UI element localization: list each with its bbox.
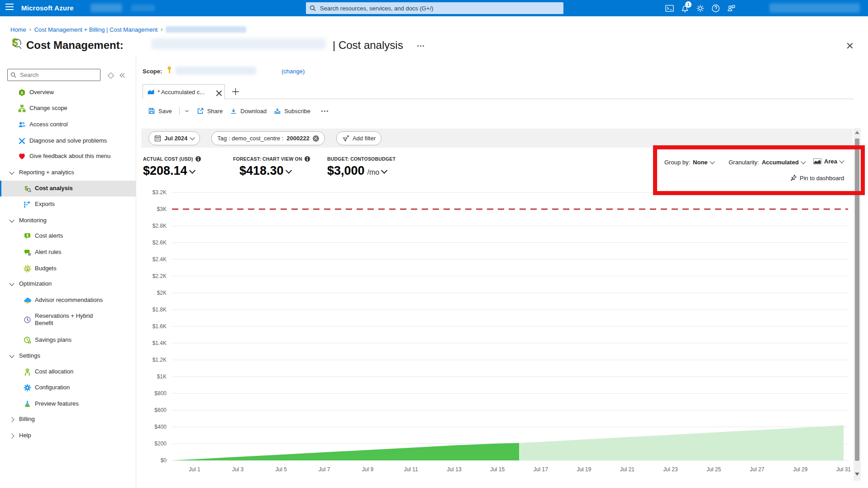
new-tab-icon[interactable]: [232, 88, 239, 96]
sidebar: $ Overview Change scope Access control D…: [0, 54, 136, 488]
hamburger-menu-icon[interactable]: [5, 4, 14, 10]
tag-filter-pill[interactable]: Tag : demo_cost_centre : 2000222: [211, 131, 325, 145]
vertical-scrollbar-thumb[interactable]: [855, 139, 859, 461]
azure-brand: Microsoft Azure: [21, 4, 74, 12]
x-axis-tick-label: Jul 7: [308, 466, 341, 473]
breadcrumb-separator: ›: [161, 26, 162, 33]
toolbar-more-icon[interactable]: [321, 110, 328, 112]
global-search-input[interactable]: [319, 5, 560, 12]
y-axis-tick-label: $3.2K: [122, 189, 167, 196]
sidebar-item-cost-analysis[interactable]: $ Cost analysis: [0, 181, 136, 196]
svg-text:$: $: [26, 267, 29, 271]
remove-filter-icon[interactable]: [313, 135, 319, 142]
sidebar-group-optimization[interactable]: Optimization: [0, 276, 136, 292]
subscribe-button[interactable]: Subscribe: [274, 107, 310, 115]
download-label: Download: [240, 108, 267, 115]
breadcrumb-section-link[interactable]: Cost Management + Billing | Cost Managem…: [34, 26, 158, 33]
sidebar-item-label: Configuration: [35, 384, 70, 391]
sidebar-group-label: Optimization: [19, 280, 52, 287]
x-axis-tick-label: Jul 25: [697, 466, 730, 473]
y-axis-tick-label: $2.2K: [122, 273, 167, 279]
info-icon[interactable]: [305, 156, 310, 162]
more-options-icon[interactable]: [417, 45, 424, 47]
sidebar-item-label: Access control: [29, 121, 68, 128]
group-by-value: None: [693, 159, 708, 166]
redacted-scope-name: [176, 67, 256, 75]
key-icon: [166, 66, 173, 74]
scrollbar-down-arrow-icon[interactable]: [855, 473, 859, 476]
sidebar-item-access-control[interactable]: Access control: [0, 117, 136, 133]
kpi-forecast-cost[interactable]: FORECAST: CHART VIEW ON $418.30: [233, 156, 310, 178]
pin-to-dashboard-button[interactable]: Pin to dashboard: [790, 174, 844, 182]
close-blade-icon[interactable]: [846, 42, 854, 49]
save-dropdown-chevron-icon[interactable]: [184, 108, 190, 114]
sidebar-item-change-scope[interactable]: Change scope: [0, 100, 136, 116]
y-axis-tick-label: $2.4K: [122, 256, 167, 263]
sidebar-item-savings-plans[interactable]: $ Savings plans: [0, 332, 136, 348]
y-axis-tick-label: $2.8K: [122, 223, 167, 229]
sidebar-group-help[interactable]: Help: [0, 428, 136, 444]
kpi-forecast-value: $418.30: [239, 164, 284, 178]
sidebar-group-reporting-analytics[interactable]: Reporting + analytics: [0, 165, 136, 181]
settings-gear-icon[interactable]: [692, 0, 708, 16]
chart-type-selector[interactable]: Area: [813, 158, 844, 165]
sidebar-item-label: Overview: [29, 89, 54, 96]
download-button[interactable]: Download: [230, 107, 267, 115]
chevron-down-icon: [10, 355, 16, 357]
sidebar-item-reservations-hybrid-benefit[interactable]: Reservations + Hybrid Benefit: [0, 308, 136, 331]
sidebar-item-cost-allocation[interactable]: $ Cost allocation: [0, 364, 136, 380]
breadcrumb-home-link[interactable]: Home: [10, 26, 26, 33]
collapse-sidebar-icon[interactable]: [120, 72, 127, 78]
tab-close-icon[interactable]: [215, 90, 220, 94]
chevron-down-icon: [839, 158, 844, 163]
kpi-budget-value: $3,000: [327, 164, 365, 178]
cost-analysis-icon: $: [24, 185, 31, 192]
help-icon[interactable]: [708, 0, 723, 16]
global-search[interactable]: [306, 2, 563, 14]
notifications-bell-icon[interactable]: 1: [677, 0, 692, 16]
kpi-actual-label: ACTUAL COST (USD): [143, 156, 193, 162]
sidebar-item-label: Reservations + Hybrid Benefit: [35, 312, 107, 327]
configuration-gear-icon: [24, 384, 31, 392]
sidebar-search-input[interactable]: [19, 71, 97, 79]
sidebar-item-feedback[interactable]: Give feedback about this menu: [0, 148, 136, 164]
sidebar-item-exports[interactable]: Exports: [0, 196, 136, 212]
cloud-shell-icon[interactable]: [662, 0, 677, 16]
sidebar-item-overview[interactable]: $ Overview: [0, 85, 136, 100]
add-filter-pill[interactable]: Add filter: [336, 131, 382, 145]
group-by-selector[interactable]: Group by: None: [664, 159, 714, 166]
sidebar-item-alert-rules[interactable]: Alert rules: [0, 244, 136, 260]
share-button[interactable]: Share: [197, 107, 223, 115]
kpi-budget[interactable]: BUDGET: CONTOSOBUDGET $3,000/mo: [327, 156, 396, 178]
sidebar-item-label: Preview features: [35, 400, 79, 407]
sidebar-group-billing[interactable]: Billing: [0, 411, 136, 427]
sidebar-item-advisor-recommendations[interactable]: Advisor recommendations: [0, 292, 136, 308]
redacted-breadcrumb-item: [166, 26, 246, 33]
info-icon[interactable]: [196, 156, 201, 162]
scrollbar-up-arrow-icon[interactable]: [855, 131, 859, 134]
granularity-selector[interactable]: Granularity: Accumulated: [729, 159, 805, 166]
sidebar-group-settings[interactable]: Settings: [0, 348, 136, 364]
chevron-down-icon: [801, 159, 806, 164]
save-label: Save: [158, 108, 172, 115]
sidebar-item-label: Budgets: [35, 265, 57, 272]
sidebar-item-configuration[interactable]: Configuration: [0, 380, 136, 396]
diamond-icon[interactable]: [108, 72, 114, 79]
save-button[interactable]: Save: [148, 107, 172, 115]
sidebar-group-label: Settings: [19, 352, 40, 359]
tab-accumulated-costs[interactable]: * Accumulated c...: [143, 84, 225, 99]
notification-badge: 1: [685, 1, 692, 8]
date-range-pill[interactable]: Jul 2024: [148, 131, 200, 145]
kpi-actual-cost[interactable]: ACTUAL COST (USD) $208.14: [143, 156, 201, 178]
sidebar-search[interactable]: [7, 69, 100, 81]
sidebar-item-cost-alerts[interactable]: $ Cost alerts: [0, 228, 136, 244]
sidebar-item-preview-features[interactable]: Preview features: [0, 396, 136, 412]
sidebar-item-label: Cost allocation: [35, 368, 73, 375]
sidebar-group-monitoring[interactable]: Monitoring: [0, 213, 136, 229]
y-axis-tick-label: $1.6K: [122, 323, 167, 330]
change-scope-link[interactable]: (change): [281, 68, 305, 75]
sidebar-item-diagnose[interactable]: Diagnose and solve problems: [0, 133, 136, 149]
sidebar-group-label: Help: [19, 432, 31, 439]
feedback-icon[interactable]: [723, 0, 739, 16]
sidebar-item-budgets[interactable]: $ Budgets: [0, 261, 136, 277]
